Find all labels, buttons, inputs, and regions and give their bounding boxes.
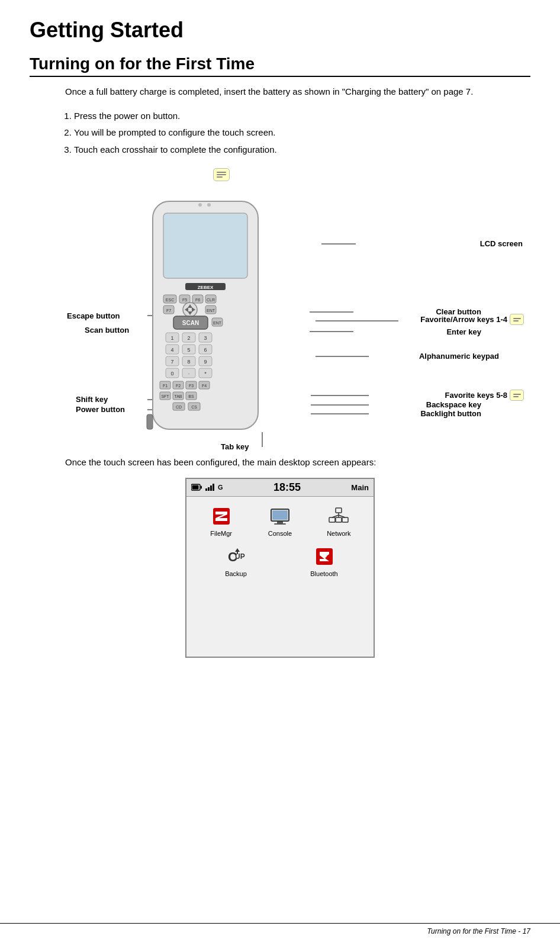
label-enter: Enter key — [446, 327, 481, 336]
device-image: ZEBEX ESC F5 F6 CLR F7 ENT SCAN E — [141, 195, 271, 438]
desktop-screen-container: G 18:55 Main FileMgr — [30, 478, 530, 658]
svg-text:5: 5 — [187, 347, 190, 353]
footer-text: Turning on for the First Time - 17 — [427, 927, 530, 935]
section-title: Turning on for the First Time — [30, 54, 530, 77]
svg-text:ZEBEX: ZEBEX — [198, 285, 214, 290]
footer: Turning on for the First Time - 17 — [0, 923, 560, 939]
main-title: Getting Started — [30, 18, 530, 43]
svg-text:F3: F3 — [189, 384, 194, 388]
svg-text:0: 0 — [170, 371, 173, 377]
speech-bubble-arrow — [510, 314, 524, 325]
desktop-title: Main — [351, 483, 369, 492]
label-power: Power button — [76, 405, 125, 414]
svg-text:*: * — [204, 371, 207, 377]
svg-rect-95 — [342, 517, 348, 522]
svg-rect-84 — [192, 485, 199, 490]
label-backlight: Backlight button — [420, 409, 481, 418]
svg-rect-85 — [201, 486, 202, 489]
svg-rect-90 — [277, 522, 283, 523]
svg-text:8: 8 — [187, 359, 190, 365]
svg-rect-89 — [272, 510, 288, 520]
desktop-icon-console[interactable]: Console — [253, 505, 306, 537]
label-scan: Scan button — [85, 326, 129, 335]
svg-text:CLR: CLR — [207, 298, 215, 302]
desktop-titlebar: G 18:55 Main — [186, 479, 374, 497]
desktop-icons-row2: C UP Backup — [186, 545, 374, 586]
battery-icon — [191, 484, 202, 491]
bluetooth-label: Bluetooth — [310, 570, 337, 577]
desktop-screen: G 18:55 Main FileMgr — [185, 478, 375, 658]
backup-label: Backup — [225, 570, 247, 577]
step-2: You will be prompted to configure the to… — [74, 126, 530, 140]
svg-rect-16 — [163, 213, 247, 278]
svg-rect-93 — [329, 517, 335, 522]
svg-point-14 — [198, 203, 202, 207]
signal-icon — [205, 484, 214, 491]
backup-icon: C UP — [225, 545, 247, 568]
svg-text:UP: UP — [235, 552, 245, 561]
label-escape: Escape button — [67, 311, 120, 320]
svg-text:3: 3 — [204, 335, 207, 341]
speech-bubble-top — [213, 168, 230, 181]
svg-text:4: 4 — [170, 347, 173, 353]
desktop-icon-network[interactable]: Network — [313, 505, 365, 537]
svg-text:F6: F6 — [195, 298, 200, 302]
desktop-icons-row1: FileMgr Console — [186, 497, 374, 545]
svg-text:SCAN: SCAN — [182, 320, 199, 326]
console-label: Console — [268, 530, 292, 537]
speech-bubble-fav5 — [510, 390, 524, 401]
outro-text: Once the touch screen has been configure… — [65, 456, 530, 470]
svg-rect-82 — [147, 414, 153, 429]
svg-text:6: 6 — [204, 347, 207, 353]
label-favorite-arrow: Favorite/Arrow keys 1-4 — [420, 315, 507, 324]
console-icon — [269, 505, 291, 528]
network-g-icon: G — [218, 484, 223, 491]
svg-text:·: · — [188, 371, 190, 377]
svg-rect-91 — [274, 523, 286, 525]
titlebar-left: G — [191, 484, 223, 491]
svg-text:7: 7 — [170, 359, 173, 365]
svg-text:TAB: TAB — [174, 394, 182, 398]
svg-text:F7: F7 — [166, 308, 171, 313]
svg-text:ENT: ENT — [213, 321, 222, 325]
svg-text:F1: F1 — [163, 384, 168, 388]
svg-text:CS: CS — [191, 405, 197, 409]
network-icon — [327, 505, 350, 528]
svg-text:ESC: ESC — [166, 298, 174, 302]
svg-text:9: 9 — [204, 359, 207, 365]
step-3: Touch each crosshair to complete the con… — [74, 143, 530, 157]
desktop-time: 18:55 — [273, 481, 301, 494]
svg-text:SFT: SFT — [161, 394, 169, 398]
svg-text:F2: F2 — [176, 384, 181, 388]
label-fav5-container: Favorite keys 5-8 — [445, 390, 524, 401]
label-shift: Shift key — [76, 395, 108, 404]
network-label: Network — [327, 530, 350, 537]
desktop-empty-area — [186, 586, 374, 657]
svg-text:F4: F4 — [202, 384, 207, 388]
steps-list: Press the power on button. You will be p… — [74, 110, 530, 157]
desktop-icon-backup[interactable]: C UP Backup — [195, 545, 277, 577]
svg-rect-94 — [336, 517, 342, 522]
step-1: Press the power on button. — [74, 110, 530, 123]
label-fav5: Favorite keys 5-8 — [445, 391, 507, 400]
svg-text:1: 1 — [170, 335, 173, 341]
bluetooth-icon — [313, 545, 336, 568]
label-backspace: Backspace key — [426, 400, 481, 409]
svg-rect-92 — [336, 508, 342, 513]
label-alpha: Alphanumeric keypad — [419, 352, 499, 361]
label-tab: Tab key — [221, 442, 249, 451]
svg-point-15 — [207, 203, 211, 207]
svg-text:BS: BS — [188, 394, 194, 398]
desktop-icon-filemgr[interactable]: FileMgr — [195, 505, 247, 537]
svg-text:ENT: ENT — [207, 308, 215, 313]
svg-text:F5: F5 — [182, 298, 187, 302]
label-favorite-arrow-container: Favorite/Arrow keys 1-4 — [420, 314, 524, 325]
intro-text: Once a full battery charge is completed,… — [65, 85, 530, 99]
svg-text:CD: CD — [176, 405, 182, 409]
label-lcd-screen: LCD screen — [480, 239, 523, 248]
desktop-icon-bluetooth[interactable]: Bluetooth — [283, 545, 365, 577]
page-container: Getting Started Turning on for the First… — [0, 0, 560, 693]
filemgr-icon — [210, 505, 233, 528]
device-diagram: LCD screen Escape button Scan button Cle… — [31, 189, 529, 456]
svg-text:2: 2 — [187, 335, 190, 341]
